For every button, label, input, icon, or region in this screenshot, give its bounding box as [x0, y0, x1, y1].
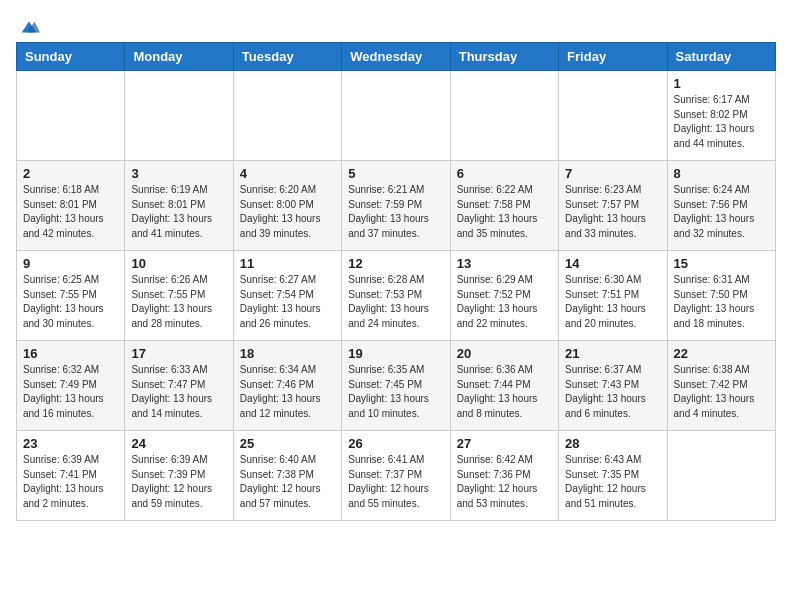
day-info: Sunrise: 6:24 AM Sunset: 7:56 PM Dayligh…: [674, 183, 769, 241]
day-info: Sunrise: 6:36 AM Sunset: 7:44 PM Dayligh…: [457, 363, 552, 421]
day-number: 15: [674, 256, 769, 271]
calendar-cell: 8Sunrise: 6:24 AM Sunset: 7:56 PM Daylig…: [667, 161, 775, 251]
day-number: 11: [240, 256, 335, 271]
day-info: Sunrise: 6:39 AM Sunset: 7:39 PM Dayligh…: [131, 453, 226, 511]
day-info: Sunrise: 6:22 AM Sunset: 7:58 PM Dayligh…: [457, 183, 552, 241]
day-info: Sunrise: 6:37 AM Sunset: 7:43 PM Dayligh…: [565, 363, 660, 421]
calendar-body: 1Sunrise: 6:17 AM Sunset: 8:02 PM Daylig…: [17, 71, 776, 521]
calendar-week-4: 23Sunrise: 6:39 AM Sunset: 7:41 PM Dayli…: [17, 431, 776, 521]
calendar-header: SundayMondayTuesdayWednesdayThursdayFrid…: [17, 43, 776, 71]
day-number: 16: [23, 346, 118, 361]
calendar-cell: 10Sunrise: 6:26 AM Sunset: 7:55 PM Dayli…: [125, 251, 233, 341]
day-number: 2: [23, 166, 118, 181]
day-info: Sunrise: 6:29 AM Sunset: 7:52 PM Dayligh…: [457, 273, 552, 331]
weekday-header-monday: Monday: [125, 43, 233, 71]
calendar-cell: [342, 71, 450, 161]
calendar-cell: 28Sunrise: 6:43 AM Sunset: 7:35 PM Dayli…: [559, 431, 667, 521]
day-info: Sunrise: 6:38 AM Sunset: 7:42 PM Dayligh…: [674, 363, 769, 421]
calendar-cell: 9Sunrise: 6:25 AM Sunset: 7:55 PM Daylig…: [17, 251, 125, 341]
day-info: Sunrise: 6:27 AM Sunset: 7:54 PM Dayligh…: [240, 273, 335, 331]
day-info: Sunrise: 6:40 AM Sunset: 7:38 PM Dayligh…: [240, 453, 335, 511]
calendar-cell: 15Sunrise: 6:31 AM Sunset: 7:50 PM Dayli…: [667, 251, 775, 341]
day-info: Sunrise: 6:25 AM Sunset: 7:55 PM Dayligh…: [23, 273, 118, 331]
calendar-cell: 16Sunrise: 6:32 AM Sunset: 7:49 PM Dayli…: [17, 341, 125, 431]
day-number: 7: [565, 166, 660, 181]
day-info: Sunrise: 6:33 AM Sunset: 7:47 PM Dayligh…: [131, 363, 226, 421]
calendar-table: SundayMondayTuesdayWednesdayThursdayFrid…: [16, 42, 776, 521]
calendar-cell: 26Sunrise: 6:41 AM Sunset: 7:37 PM Dayli…: [342, 431, 450, 521]
day-number: 24: [131, 436, 226, 451]
calendar-cell: 23Sunrise: 6:39 AM Sunset: 7:41 PM Dayli…: [17, 431, 125, 521]
weekday-header-wednesday: Wednesday: [342, 43, 450, 71]
calendar-cell: 25Sunrise: 6:40 AM Sunset: 7:38 PM Dayli…: [233, 431, 341, 521]
calendar-cell: [667, 431, 775, 521]
day-number: 12: [348, 256, 443, 271]
weekday-header-thursday: Thursday: [450, 43, 558, 71]
day-number: 14: [565, 256, 660, 271]
calendar-cell: 19Sunrise: 6:35 AM Sunset: 7:45 PM Dayli…: [342, 341, 450, 431]
day-info: Sunrise: 6:34 AM Sunset: 7:46 PM Dayligh…: [240, 363, 335, 421]
calendar-cell: 21Sunrise: 6:37 AM Sunset: 7:43 PM Dayli…: [559, 341, 667, 431]
calendar-week-1: 2Sunrise: 6:18 AM Sunset: 8:01 PM Daylig…: [17, 161, 776, 251]
calendar-cell: 7Sunrise: 6:23 AM Sunset: 7:57 PM Daylig…: [559, 161, 667, 251]
day-number: 21: [565, 346, 660, 361]
day-number: 13: [457, 256, 552, 271]
day-number: 17: [131, 346, 226, 361]
calendar-cell: [559, 71, 667, 161]
day-info: Sunrise: 6:32 AM Sunset: 7:49 PM Dayligh…: [23, 363, 118, 421]
calendar-cell: [450, 71, 558, 161]
calendar-cell: 22Sunrise: 6:38 AM Sunset: 7:42 PM Dayli…: [667, 341, 775, 431]
calendar-cell: [233, 71, 341, 161]
weekday-header-sunday: Sunday: [17, 43, 125, 71]
calendar-cell: [125, 71, 233, 161]
day-number: 26: [348, 436, 443, 451]
day-number: 9: [23, 256, 118, 271]
day-info: Sunrise: 6:17 AM Sunset: 8:02 PM Dayligh…: [674, 93, 769, 151]
weekday-header-friday: Friday: [559, 43, 667, 71]
weekday-row: SundayMondayTuesdayWednesdayThursdayFrid…: [17, 43, 776, 71]
calendar-cell: [17, 71, 125, 161]
calendar-cell: 14Sunrise: 6:30 AM Sunset: 7:51 PM Dayli…: [559, 251, 667, 341]
day-info: Sunrise: 6:42 AM Sunset: 7:36 PM Dayligh…: [457, 453, 552, 511]
logo: [16, 16, 40, 34]
day-info: Sunrise: 6:41 AM Sunset: 7:37 PM Dayligh…: [348, 453, 443, 511]
day-info: Sunrise: 6:39 AM Sunset: 7:41 PM Dayligh…: [23, 453, 118, 511]
calendar-week-2: 9Sunrise: 6:25 AM Sunset: 7:55 PM Daylig…: [17, 251, 776, 341]
calendar-week-0: 1Sunrise: 6:17 AM Sunset: 8:02 PM Daylig…: [17, 71, 776, 161]
day-info: Sunrise: 6:31 AM Sunset: 7:50 PM Dayligh…: [674, 273, 769, 331]
day-number: 4: [240, 166, 335, 181]
day-info: Sunrise: 6:20 AM Sunset: 8:00 PM Dayligh…: [240, 183, 335, 241]
day-info: Sunrise: 6:43 AM Sunset: 7:35 PM Dayligh…: [565, 453, 660, 511]
day-number: 8: [674, 166, 769, 181]
day-info: Sunrise: 6:18 AM Sunset: 8:01 PM Dayligh…: [23, 183, 118, 241]
day-number: 25: [240, 436, 335, 451]
page-header: [16, 16, 776, 34]
day-number: 5: [348, 166, 443, 181]
calendar-cell: 27Sunrise: 6:42 AM Sunset: 7:36 PM Dayli…: [450, 431, 558, 521]
calendar-cell: 18Sunrise: 6:34 AM Sunset: 7:46 PM Dayli…: [233, 341, 341, 431]
day-number: 19: [348, 346, 443, 361]
calendar-cell: 20Sunrise: 6:36 AM Sunset: 7:44 PM Dayli…: [450, 341, 558, 431]
calendar-cell: 12Sunrise: 6:28 AM Sunset: 7:53 PM Dayli…: [342, 251, 450, 341]
day-number: 18: [240, 346, 335, 361]
calendar-cell: 4Sunrise: 6:20 AM Sunset: 8:00 PM Daylig…: [233, 161, 341, 251]
weekday-header-saturday: Saturday: [667, 43, 775, 71]
day-number: 6: [457, 166, 552, 181]
calendar-week-3: 16Sunrise: 6:32 AM Sunset: 7:49 PM Dayli…: [17, 341, 776, 431]
day-info: Sunrise: 6:19 AM Sunset: 8:01 PM Dayligh…: [131, 183, 226, 241]
day-info: Sunrise: 6:23 AM Sunset: 7:57 PM Dayligh…: [565, 183, 660, 241]
day-number: 27: [457, 436, 552, 451]
calendar-cell: 5Sunrise: 6:21 AM Sunset: 7:59 PM Daylig…: [342, 161, 450, 251]
weekday-header-tuesday: Tuesday: [233, 43, 341, 71]
day-number: 20: [457, 346, 552, 361]
day-info: Sunrise: 6:28 AM Sunset: 7:53 PM Dayligh…: [348, 273, 443, 331]
day-info: Sunrise: 6:30 AM Sunset: 7:51 PM Dayligh…: [565, 273, 660, 331]
calendar-cell: 13Sunrise: 6:29 AM Sunset: 7:52 PM Dayli…: [450, 251, 558, 341]
day-info: Sunrise: 6:26 AM Sunset: 7:55 PM Dayligh…: [131, 273, 226, 331]
calendar-cell: 6Sunrise: 6:22 AM Sunset: 7:58 PM Daylig…: [450, 161, 558, 251]
calendar-cell: 3Sunrise: 6:19 AM Sunset: 8:01 PM Daylig…: [125, 161, 233, 251]
day-number: 22: [674, 346, 769, 361]
calendar-cell: 11Sunrise: 6:27 AM Sunset: 7:54 PM Dayli…: [233, 251, 341, 341]
day-number: 10: [131, 256, 226, 271]
logo-icon: [18, 16, 40, 38]
